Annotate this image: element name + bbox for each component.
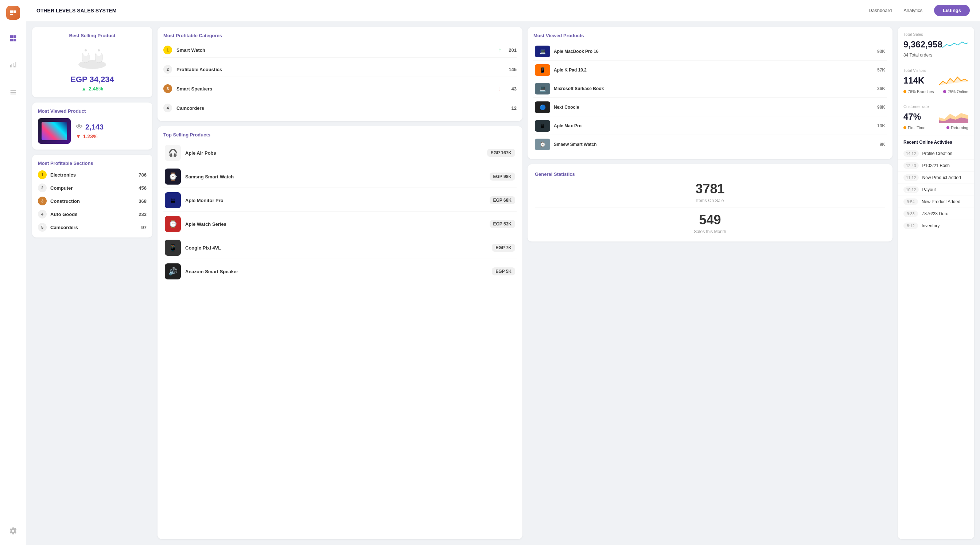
best-selling-price: EGP 34,234 xyxy=(70,75,114,84)
activity-time: 9:33 xyxy=(904,210,918,217)
customer-type-row: First Time Returning xyxy=(904,126,968,130)
online-label: 25% Online xyxy=(948,89,968,94)
topnav: OTHER LEVELS SALES SYSTEM Dashboard Anal… xyxy=(26,0,980,21)
sidebar-item-list[interactable] xyxy=(6,85,20,101)
two-col-mid: Most Profitable Categores 1 Smart Watch … xyxy=(158,27,892,539)
profitable-categories-card: Most Profitable Categores 1 Smart Watch … xyxy=(158,27,522,121)
best-selling-image xyxy=(72,43,112,72)
total-visitors-value: 114K xyxy=(904,75,924,86)
viewed-count: 93K xyxy=(877,49,885,54)
section-count: 456 xyxy=(138,185,146,191)
product-item: 🔊 Anazom Smart Speaker EGP 5K xyxy=(163,260,517,282)
section-item: 4 Auto Goods 233 xyxy=(38,210,146,218)
activity-item: 9:54 New Product Added xyxy=(897,196,974,208)
activity-text: P102/21 Bosh xyxy=(923,163,950,168)
sidebar-item-grid[interactable] xyxy=(6,31,20,47)
svg-point-6 xyxy=(98,49,100,51)
activity-time: 11:12 xyxy=(904,174,919,181)
section-name: Construction xyxy=(50,198,135,204)
sidebar-item-settings[interactable] xyxy=(6,524,20,539)
total-visitors-section: Total Visitors 114K 76% Branches 25% Onl… xyxy=(897,63,974,99)
customer-rate-value: 47% xyxy=(904,112,921,122)
product-item: ⌚ Samsng Smart Watch EGP 98K xyxy=(163,166,517,188)
sales-this-month-value: 549 xyxy=(535,212,885,228)
airpods-svg xyxy=(74,45,110,70)
product-thumb: ⌚ xyxy=(165,169,181,185)
activity-text: Z876/23 Dorc xyxy=(922,211,948,216)
col-left: Best Selling Product EGP 34,234 xyxy=(32,27,153,539)
activity-item: 10:12 Payout xyxy=(897,184,974,196)
branches-label: 76% Branches xyxy=(908,89,934,94)
col-middle: Most Profitable Categores 1 Smart Watch … xyxy=(158,27,892,539)
mid-left: Most Profitable Categores 1 Smart Watch … xyxy=(158,27,522,539)
most-viewed-product-title: Most Viewed Product xyxy=(38,108,146,114)
first-time-label: First Time xyxy=(908,126,925,130)
profitable-categories-title: Most Profitable Categores xyxy=(163,33,517,38)
view-stats: 👁 2,143 ▼ 1.23% xyxy=(76,123,103,139)
most-viewed-change: ▼ 1.23% xyxy=(76,134,103,139)
top-selling-title: Top Selling Products xyxy=(163,132,517,137)
viewed-thumb: 🔵 xyxy=(535,101,550,113)
recent-activities-title: Recent Online Activties xyxy=(897,135,974,148)
activity-item: 12:43 P102/21 Bosh xyxy=(897,160,974,172)
items-on-sale-label: Items On Sale xyxy=(535,198,885,203)
most-viewed-product-card: Most Viewed Product 👁 2,143 ▼ 1.23% xyxy=(32,102,153,150)
online-dot xyxy=(943,90,946,93)
category-item: 4 Camcorders 12 xyxy=(163,101,517,115)
section-item: 3 Construction 368 xyxy=(38,197,146,206)
customer-rate-section: Customer rate 47% First Time Ret xyxy=(897,99,974,135)
general-stats-card: General Statistics 3781 Items On Sale 54… xyxy=(528,164,892,242)
total-sales-chart xyxy=(942,38,968,51)
viewed-name: Smaew Smart Watch xyxy=(554,142,876,147)
sidebar-item-chart[interactable] xyxy=(6,58,20,74)
product-price: EGP 167K xyxy=(487,149,515,157)
viewed-item: 🔵 Next Coocle 98K xyxy=(533,99,887,116)
sidebar xyxy=(0,0,26,545)
product-name: Aple Air Pobs xyxy=(185,150,483,156)
content-area: Best Selling Product EGP 34,234 xyxy=(26,21,980,545)
activities-list: 14:12 Profile Creation 12:43 P102/21 Bos… xyxy=(897,148,974,232)
top-selling-card: Top Selling Products 🎧 Aple Air Pobs EGP… xyxy=(158,126,522,539)
product-thumb: 🖥 xyxy=(165,192,181,208)
profitable-sections-title: Most Profitable Sections xyxy=(38,161,146,166)
viewed-name: Mixrosoft Surkase Book xyxy=(554,86,873,91)
viewed-item: 💻 Aple MacDook Pro 16 93K xyxy=(533,43,887,61)
total-orders-label: 84 Total orders xyxy=(904,53,968,57)
nav-listings[interactable]: Listings xyxy=(934,5,970,16)
sales-this-month-label: Sales this Month xyxy=(535,229,885,234)
product-item: 📱 Coogle Pixl 4VL EGP 7K xyxy=(163,237,517,259)
rank-badge: 3 xyxy=(163,84,172,93)
app-title: OTHER LEVELS SALES SYSTEM xyxy=(37,8,862,13)
category-item: 1 Smart Watch ↑ 201 xyxy=(163,43,517,57)
category-count: 12 xyxy=(506,105,517,111)
change-arrow-down-icon: ▼ xyxy=(76,134,81,139)
activity-text: New Product Added xyxy=(923,175,961,180)
section-list: 1 Electronics 786 2 Computer 456 3 Const… xyxy=(38,171,146,232)
nav-links: Dashboard Analytics Listings xyxy=(869,5,970,16)
activity-item: 8:12 Inventory xyxy=(897,220,974,232)
viewed-count: 98K xyxy=(877,105,885,110)
section-name: Computer xyxy=(50,185,135,191)
viewed-name: Aple Max Pro xyxy=(554,123,873,128)
best-selling-change: ▲ 2.45% xyxy=(81,86,103,92)
product-item: ⌚ Aple Watch Series EGP 53K xyxy=(163,213,517,235)
best-selling-title: Best Selling Product xyxy=(69,33,115,38)
viewed-item: ⌚ Smaew Smart Watch 9K xyxy=(533,136,887,153)
nav-dashboard[interactable]: Dashboard xyxy=(869,8,892,13)
viewed-count: 9K xyxy=(880,142,885,147)
category-item: 3 Smart Speakers ↓ 43 xyxy=(163,81,517,96)
category-count: 201 xyxy=(506,48,517,53)
category-count: 43 xyxy=(506,86,517,92)
product-name: Anazom Smart Speaker xyxy=(185,269,487,274)
product-price: EGP 53K xyxy=(490,220,515,228)
product-item: 🖥 Aple Monitor Pro EGP 68K xyxy=(163,189,517,212)
section-count: 786 xyxy=(138,172,146,178)
nav-analytics[interactable]: Analytics xyxy=(904,8,923,13)
product-price: EGP 5K xyxy=(492,268,515,276)
rank-badge: 2 xyxy=(163,65,172,74)
viewed-thumb: 💻 xyxy=(535,83,550,94)
trend-down-icon: ↓ xyxy=(498,85,501,92)
viewed-item: 🖥 Aple Max Pro 13K xyxy=(533,117,887,135)
product-name: Coogle Pixl 4VL xyxy=(185,245,487,250)
viewed-count: 57K xyxy=(877,67,885,73)
